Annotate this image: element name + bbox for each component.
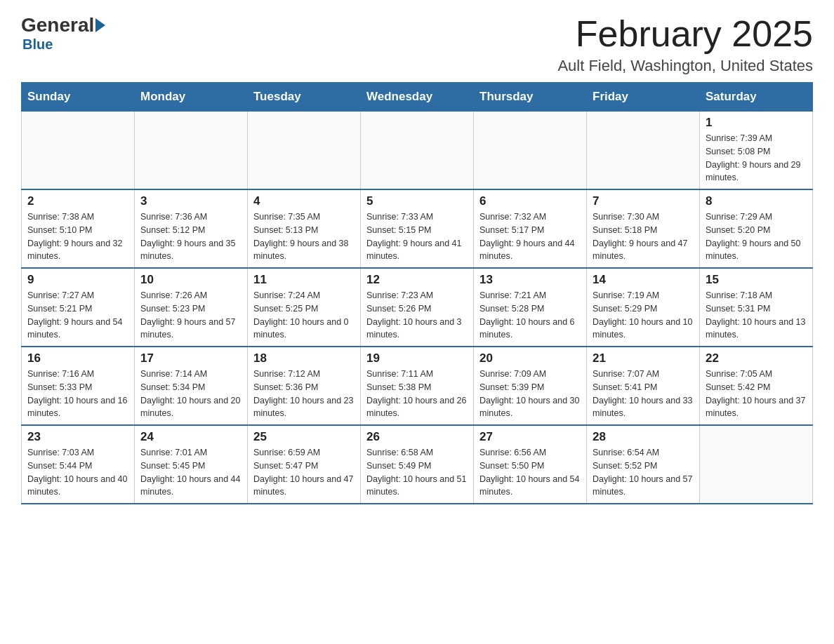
day-number: 19 (366, 351, 468, 365)
calendar-cell: 21Sunrise: 7:07 AM Sunset: 5:41 PM Dayli… (587, 347, 700, 425)
day-info: Sunrise: 7:36 AM Sunset: 5:12 PM Dayligh… (140, 210, 241, 263)
day-info: Sunrise: 7:03 AM Sunset: 5:44 PM Dayligh… (27, 446, 128, 499)
day-info: Sunrise: 7:24 AM Sunset: 5:25 PM Dayligh… (253, 289, 355, 342)
day-info: Sunrise: 7:09 AM Sunset: 5:39 PM Dayligh… (479, 368, 581, 420)
day-number: 25 (253, 430, 355, 444)
day-info: Sunrise: 7:21 AM Sunset: 5:28 PM Dayligh… (479, 289, 581, 342)
day-number: 12 (366, 273, 468, 287)
day-info: Sunrise: 7:29 AM Sunset: 5:20 PM Dayligh… (706, 210, 807, 263)
calendar-cell: 26Sunrise: 6:58 AM Sunset: 5:49 PM Dayli… (361, 425, 474, 504)
calendar-cell: 19Sunrise: 7:11 AM Sunset: 5:38 PM Dayli… (361, 347, 474, 425)
page-subtitle: Ault Field, Washington, United States (557, 57, 813, 75)
day-number: 16 (27, 351, 128, 365)
day-number: 7 (593, 194, 694, 208)
calendar-cell (474, 112, 587, 190)
day-number: 4 (253, 194, 355, 208)
calendar-cell: 24Sunrise: 7:01 AM Sunset: 5:45 PM Dayli… (135, 425, 248, 504)
day-number: 1 (706, 116, 807, 130)
day-info: Sunrise: 7:11 AM Sunset: 5:38 PM Dayligh… (366, 368, 468, 420)
calendar-week-row: 16Sunrise: 7:16 AM Sunset: 5:33 PM Dayli… (22, 347, 813, 425)
calendar-table: SundayMondayTuesdayWednesdayThursdayFrid… (21, 82, 813, 504)
calendar-header-friday: Friday (587, 83, 700, 112)
calendar-cell: 28Sunrise: 6:54 AM Sunset: 5:52 PM Dayli… (587, 425, 700, 504)
day-info: Sunrise: 6:56 AM Sunset: 5:50 PM Dayligh… (479, 446, 581, 499)
logo-general-text: General (21, 14, 94, 36)
calendar-cell (22, 112, 135, 190)
calendar-cell: 13Sunrise: 7:21 AM Sunset: 5:28 PM Dayli… (474, 268, 587, 347)
calendar-cell: 5Sunrise: 7:33 AM Sunset: 5:15 PM Daylig… (361, 189, 474, 268)
day-info: Sunrise: 6:54 AM Sunset: 5:52 PM Dayligh… (593, 446, 694, 499)
day-number: 2 (27, 194, 128, 208)
calendar-cell: 27Sunrise: 6:56 AM Sunset: 5:50 PM Dayli… (474, 425, 587, 504)
calendar-cell: 7Sunrise: 7:30 AM Sunset: 5:18 PM Daylig… (587, 189, 700, 268)
day-info: Sunrise: 7:38 AM Sunset: 5:10 PM Dayligh… (27, 210, 128, 263)
day-number: 10 (140, 273, 241, 287)
day-number: 22 (706, 351, 807, 365)
calendar-header-wednesday: Wednesday (361, 83, 474, 112)
calendar-cell: 3Sunrise: 7:36 AM Sunset: 5:12 PM Daylig… (135, 189, 248, 268)
day-info: Sunrise: 7:26 AM Sunset: 5:23 PM Dayligh… (140, 289, 241, 342)
calendar-cell (587, 112, 700, 190)
calendar-cell: 17Sunrise: 7:14 AM Sunset: 5:34 PM Dayli… (135, 347, 248, 425)
day-number: 24 (140, 430, 241, 444)
calendar-cell: 15Sunrise: 7:18 AM Sunset: 5:31 PM Dayli… (700, 268, 813, 347)
calendar-header-tuesday: Tuesday (248, 83, 361, 112)
calendar-cell: 8Sunrise: 7:29 AM Sunset: 5:20 PM Daylig… (700, 189, 813, 268)
day-number: 13 (479, 273, 581, 287)
calendar-cell: 22Sunrise: 7:05 AM Sunset: 5:42 PM Dayli… (700, 347, 813, 425)
calendar-cell: 14Sunrise: 7:19 AM Sunset: 5:29 PM Dayli… (587, 268, 700, 347)
day-number: 20 (479, 351, 581, 365)
calendar-cell (700, 425, 813, 504)
calendar-header-saturday: Saturday (700, 83, 813, 112)
day-info: Sunrise: 7:33 AM Sunset: 5:15 PM Dayligh… (366, 210, 468, 263)
calendar-header-sunday: Sunday (22, 83, 135, 112)
day-number: 27 (479, 430, 581, 444)
calendar-cell (361, 112, 474, 190)
calendar-week-row: 1Sunrise: 7:39 AM Sunset: 5:08 PM Daylig… (22, 112, 813, 190)
calendar-cell (248, 112, 361, 190)
day-info: Sunrise: 7:14 AM Sunset: 5:34 PM Dayligh… (140, 368, 241, 420)
calendar-cell: 4Sunrise: 7:35 AM Sunset: 5:13 PM Daylig… (248, 189, 361, 268)
day-number: 21 (593, 351, 694, 365)
calendar-cell: 18Sunrise: 7:12 AM Sunset: 5:36 PM Dayli… (248, 347, 361, 425)
day-info: Sunrise: 7:23 AM Sunset: 5:26 PM Dayligh… (366, 289, 468, 342)
day-number: 15 (706, 273, 807, 287)
logo-arrow-icon (95, 18, 105, 32)
day-info: Sunrise: 7:05 AM Sunset: 5:42 PM Dayligh… (706, 368, 807, 420)
calendar-cell: 6Sunrise: 7:32 AM Sunset: 5:17 PM Daylig… (474, 189, 587, 268)
calendar-cell: 16Sunrise: 7:16 AM Sunset: 5:33 PM Dayli… (22, 347, 135, 425)
calendar-cell: 9Sunrise: 7:27 AM Sunset: 5:21 PM Daylig… (22, 268, 135, 347)
day-number: 26 (366, 430, 468, 444)
day-info: Sunrise: 7:30 AM Sunset: 5:18 PM Dayligh… (593, 210, 694, 263)
calendar-cell: 12Sunrise: 7:23 AM Sunset: 5:26 PM Dayli… (361, 268, 474, 347)
day-number: 5 (366, 194, 468, 208)
day-info: Sunrise: 7:01 AM Sunset: 5:45 PM Dayligh… (140, 446, 241, 499)
logo: General Blue (21, 14, 107, 53)
day-number: 11 (253, 273, 355, 287)
calendar-week-row: 23Sunrise: 7:03 AM Sunset: 5:44 PM Dayli… (22, 425, 813, 504)
calendar-cell: 10Sunrise: 7:26 AM Sunset: 5:23 PM Dayli… (135, 268, 248, 347)
logo-blue-text: Blue (22, 36, 53, 52)
day-number: 9 (27, 273, 128, 287)
day-info: Sunrise: 7:16 AM Sunset: 5:33 PM Dayligh… (27, 368, 128, 420)
calendar-header-row: SundayMondayTuesdayWednesdayThursdayFrid… (22, 83, 813, 112)
day-number: 18 (253, 351, 355, 365)
day-info: Sunrise: 7:39 AM Sunset: 5:08 PM Dayligh… (706, 132, 807, 185)
calendar-cell: 25Sunrise: 6:59 AM Sunset: 5:47 PM Dayli… (248, 425, 361, 504)
calendar-week-row: 2Sunrise: 7:38 AM Sunset: 5:10 PM Daylig… (22, 189, 813, 268)
calendar-header-monday: Monday (135, 83, 248, 112)
day-info: Sunrise: 6:58 AM Sunset: 5:49 PM Dayligh… (366, 446, 468, 499)
day-info: Sunrise: 7:12 AM Sunset: 5:36 PM Dayligh… (253, 368, 355, 420)
day-number: 23 (27, 430, 128, 444)
calendar-cell: 20Sunrise: 7:09 AM Sunset: 5:39 PM Dayli… (474, 347, 587, 425)
page-header: General Blue February 2025 Ault Field, W… (21, 14, 813, 75)
page-title: February 2025 (557, 14, 813, 54)
day-number: 28 (593, 430, 694, 444)
day-number: 6 (479, 194, 581, 208)
calendar-cell: 23Sunrise: 7:03 AM Sunset: 5:44 PM Dayli… (22, 425, 135, 504)
day-info: Sunrise: 7:18 AM Sunset: 5:31 PM Dayligh… (706, 289, 807, 342)
calendar-cell: 2Sunrise: 7:38 AM Sunset: 5:10 PM Daylig… (22, 189, 135, 268)
day-info: Sunrise: 7:27 AM Sunset: 5:21 PM Dayligh… (27, 289, 128, 342)
calendar-week-row: 9Sunrise: 7:27 AM Sunset: 5:21 PM Daylig… (22, 268, 813, 347)
day-number: 3 (140, 194, 241, 208)
